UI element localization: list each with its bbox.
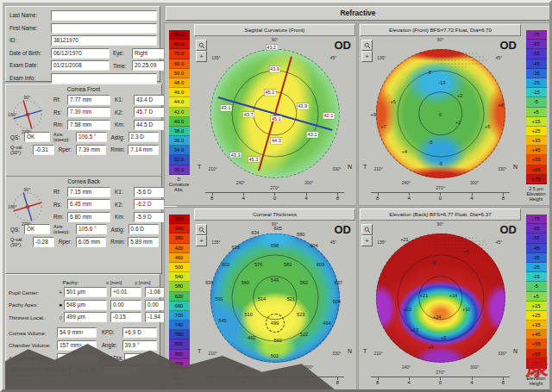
degree-label: 90° (437, 221, 444, 227)
degree-label: 240° (402, 180, 411, 185)
elevation-value-label: -8 (431, 260, 436, 266)
magnifier-icon[interactable] (361, 224, 373, 235)
thickness-value-label: 514 (258, 296, 266, 302)
pachy-apex-marker-icon: ● (57, 302, 64, 308)
nasal-label: N (513, 348, 518, 354)
maps-grid: 90.080.070.060.050.048.046.044.042.040.0… (164, 22, 552, 391)
ruler-tick: 0 (439, 194, 442, 205)
scale-cell: 740 (169, 320, 190, 330)
first-name-field[interactable] (51, 23, 157, 34)
pachy-apex-label: Pachy Apex: (9, 302, 57, 308)
elevation-value-label: +5 (441, 335, 446, 341)
thickness-value-label: 580 (297, 232, 304, 238)
elevation-value-label: +5 (464, 249, 469, 255)
elevation-value-label: +4 (402, 149, 407, 155)
scale-cell: 70.0 (169, 49, 190, 59)
elevation-value-label: +24 (433, 314, 442, 320)
scale-cell: 46.0 (169, 88, 190, 97)
rs-front-value: 7.39 mm (67, 107, 110, 117)
dob-field[interactable]: 06/12/1970 (51, 48, 110, 59)
magnifier-icon[interactable] (361, 40, 373, 51)
thickness-value-label: 499 (271, 320, 279, 327)
ring-3 (375, 233, 505, 363)
move-icon[interactable]: + (361, 235, 373, 246)
elevation-back-panel: Elevation (Back) BFS=6.77 Float, Dia=6.3… (358, 207, 551, 390)
scale-cell: 780 (169, 330, 190, 339)
curvature-value-label: 44.3 (271, 138, 282, 144)
elevation-back-map[interactable]: + OD +21+5-8+21+14+22+10+24+13+5+9 90°13… (359, 221, 522, 376)
scale-cell: +15 (526, 117, 547, 127)
scale-cell: +35 (526, 320, 547, 330)
sagittal-curvature-map[interactable]: + OD 43.243.945.243.143.745.143.942.144.… (193, 36, 356, 192)
elevation-value-label: +7 (380, 124, 386, 130)
thickness-value-label: 634 (251, 230, 259, 236)
degree-label: 300° (304, 180, 313, 185)
cornea-volume-value: 54.9 mm³ (57, 327, 97, 338)
nasal-label: N (348, 164, 352, 170)
rm-front-value: 7.58 mm (67, 120, 110, 130)
rm-label: Rm: (53, 214, 67, 220)
thickness-value-label: 523 (297, 311, 304, 317)
magnifier-icon[interactable] (196, 224, 207, 235)
thinnest-pachy: 499 μm (64, 312, 107, 322)
magnifier-icon[interactable] (196, 40, 207, 51)
scale-cell: 50.0 (169, 69, 190, 78)
scale-cell: +25 (526, 311, 547, 320)
elevation-value-label: -5 (429, 140, 433, 146)
move-icon[interactable]: + (196, 235, 207, 246)
last-name-field[interactable] (51, 10, 157, 21)
move-icon[interactable]: + (196, 51, 207, 62)
thinnest-local-label: Thinnest Locat.: (9, 314, 57, 320)
degree-label: 270° (436, 370, 444, 375)
angle-label: Angle: (102, 342, 122, 349)
elevation-value-label: +1 (455, 119, 461, 125)
elevation-value-label: +2 (457, 93, 462, 99)
ruler-tick: 4 (242, 194, 244, 205)
move-icon[interactable]: + (361, 51, 373, 62)
scale-cell: -45 (526, 244, 547, 253)
rm-back-value: 6.80 mm (67, 212, 110, 222)
extrapolated-dots (433, 236, 487, 252)
scale-cell: 580 (169, 282, 190, 291)
cornea-back-group: Cornea Back 90° 270° 180° Rf:7.15 mmK1:-… (6, 176, 161, 267)
scale-cell: 48.0 (169, 78, 190, 88)
exam-info-field[interactable] (51, 73, 157, 84)
eye-side-label: OD (500, 223, 518, 236)
rf-label: Rf: (53, 189, 67, 195)
rf-back-value: 7.15 mm (67, 187, 110, 197)
exam-date-field[interactable]: 01/21/2008 (51, 60, 110, 71)
pachy-apex-x: 0.00 (110, 300, 141, 310)
elevation-front-map[interactable]: + OD -8-13+2+5+90+1+7+8+5-5-9+4 90°135°4… (359, 36, 522, 192)
svg-text:180°: 180° (8, 204, 17, 209)
curvature-value-label: 43.1 (307, 132, 318, 138)
qs-label: QS: (10, 134, 24, 140)
scale-cell: 700 (169, 311, 190, 320)
elevation-back-gradient (376, 233, 505, 363)
degree-label: 270° (270, 185, 279, 190)
ruler-tick: 0 (273, 194, 276, 205)
mm-ruler: 84048 (205, 192, 344, 205)
scale-cell: -15 (526, 88, 547, 97)
rper-label: Rper: (59, 146, 76, 152)
elevation-value-label: 0 (439, 111, 442, 117)
scale-cell: 660 (169, 302, 190, 311)
ruler-tick: 4 (304, 194, 307, 205)
rm-label: Rm: (53, 121, 67, 128)
id-field[interactable]: 38121970 (51, 35, 157, 46)
elevation-value-label: +9 (428, 344, 433, 350)
elevation-value-label: +14 (449, 293, 458, 299)
scale-cell: +5 (526, 292, 547, 302)
scale-cell: 500 (169, 263, 190, 272)
axis-dial-front-icon: 90° 270° 180° (8, 95, 47, 134)
astig-back-value: 0.6 D (129, 224, 160, 234)
scale-cell: 380 (169, 233, 190, 243)
thickness-value-label: 636 (205, 280, 213, 286)
cornea-front-group: Cornea Front 90° 270° 180° Rf:7.77 mmK1:… (6, 84, 161, 176)
degree-label: 210° (209, 166, 217, 171)
corneal-thickness-map[interactable]: + OD 63460558062559860460257658260363656… (193, 221, 356, 376)
scale-cell: -45 (526, 59, 547, 69)
scale-cell: 44.0 (169, 97, 190, 107)
degree-label: 135° (211, 240, 220, 245)
svg-text:270°: 270° (22, 221, 31, 227)
k1-label: K1: (115, 189, 134, 195)
